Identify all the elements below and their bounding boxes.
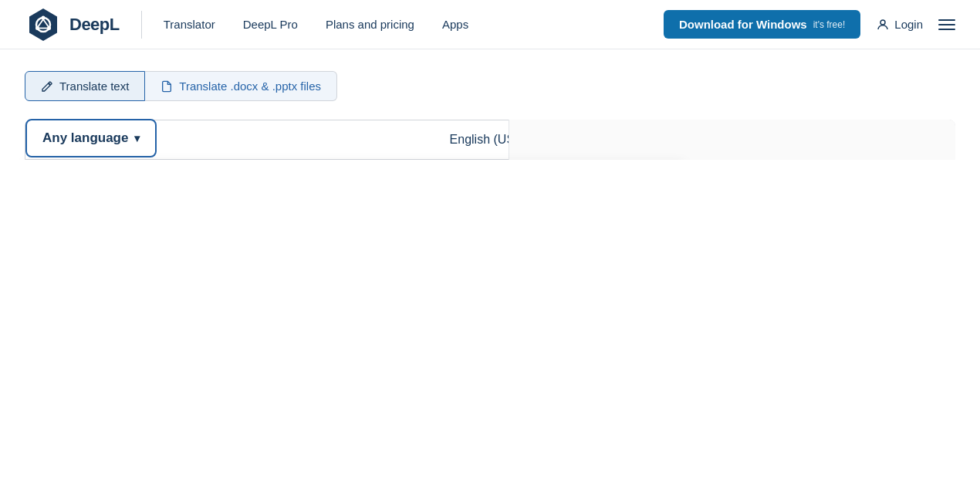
deepl-logo-icon xyxy=(25,6,62,43)
nav-translator[interactable]: Translator xyxy=(164,18,215,31)
svg-point-2 xyxy=(42,15,46,19)
svg-marker-0 xyxy=(29,8,57,41)
main-content: Translate text Translate .docx & .pptx f… xyxy=(0,49,980,160)
logo-text: DeepL xyxy=(69,15,120,35)
translator-area: Any language ▾ English (US) ▾ Glossary A… xyxy=(25,120,955,160)
tab-bar: Translate text Translate .docx & .pptx f… xyxy=(25,71,955,101)
nav-plans-pricing[interactable]: Plans and pricing xyxy=(326,18,414,31)
header-actions: Download for Windows it's free! Login xyxy=(664,10,955,39)
main-nav: Translator DeepL Pro Plans and pricing A… xyxy=(164,18,664,31)
tab-translate-files[interactable]: Translate .docx & .pptx files xyxy=(145,71,337,101)
tab-translate-text[interactable]: Translate text xyxy=(25,71,145,101)
user-icon xyxy=(876,18,890,32)
header-divider xyxy=(141,11,142,39)
hamburger-menu[interactable] xyxy=(938,19,955,30)
download-button[interactable]: Download for Windows it's free! xyxy=(664,10,860,39)
doc-icon xyxy=(161,80,173,93)
svg-point-8 xyxy=(880,20,885,25)
nav-deepl-pro[interactable]: DeepL Pro xyxy=(243,18,298,31)
pencil-icon xyxy=(41,80,53,93)
logo-area[interactable]: DeepL xyxy=(25,6,120,43)
login-button[interactable]: Login xyxy=(876,18,923,32)
source-language-button[interactable]: Any language ▾ xyxy=(25,119,157,157)
right-translation-panel xyxy=(509,120,955,160)
nav-apps[interactable]: Apps xyxy=(442,18,468,31)
header: DeepL Translator DeepL Pro Plans and pri… xyxy=(0,0,980,49)
